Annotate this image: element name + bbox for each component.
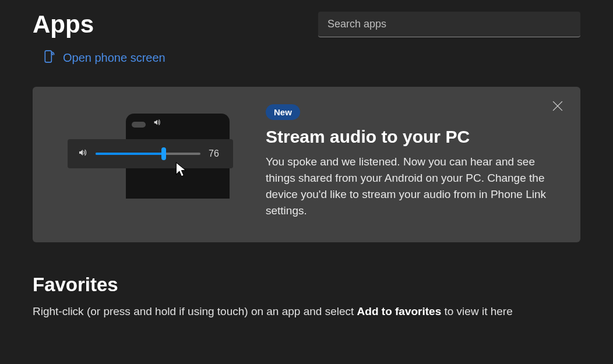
- speaker-icon: [78, 148, 87, 160]
- volume-value: 76: [209, 149, 223, 159]
- banner-illustration: 76: [68, 114, 233, 209]
- cursor-icon: [175, 161, 188, 180]
- svg-rect-0: [45, 51, 51, 62]
- volume-slider: 76: [68, 139, 233, 168]
- banner-title: Stream audio to your PC: [266, 127, 549, 147]
- stream-audio-banner: 76 New Stream audio to your PC You spoke…: [33, 87, 580, 242]
- speaker-icon: [153, 118, 161, 128]
- search-input[interactable]: [318, 12, 580, 37]
- open-phone-screen-link[interactable]: Open phone screen: [44, 50, 165, 66]
- banner-description: You spoke and we listened. Now you can h…: [266, 154, 549, 219]
- page-title: Apps: [33, 10, 94, 38]
- phone-icon: [44, 50, 55, 66]
- favorites-hint: Right-click (or press and hold if using …: [33, 305, 580, 318]
- new-badge: New: [266, 104, 300, 120]
- favorites-heading: Favorites: [33, 274, 580, 296]
- open-phone-screen-label: Open phone screen: [63, 51, 165, 65]
- close-banner-button[interactable]: [552, 101, 563, 114]
